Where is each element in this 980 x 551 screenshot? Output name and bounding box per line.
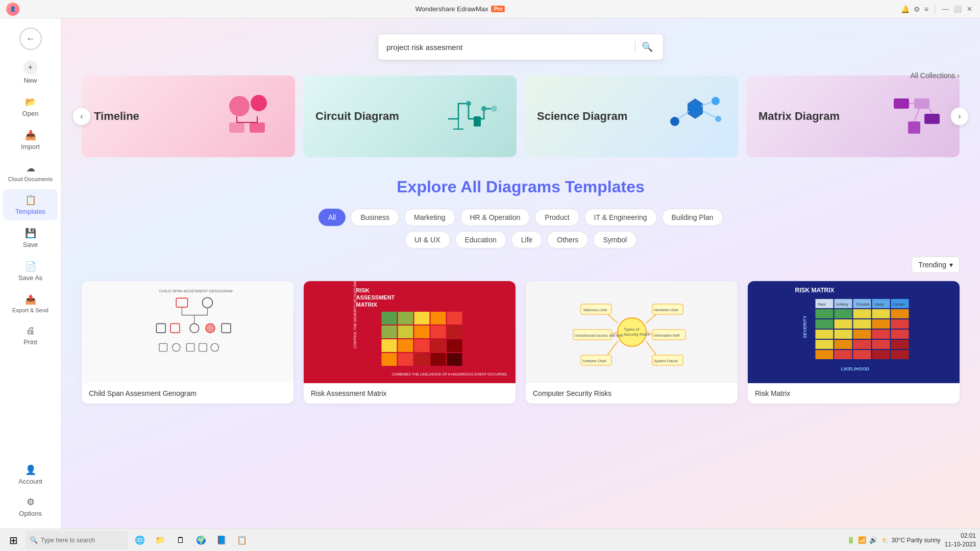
svg-point-12 [491,106,497,112]
template-card-risk[interactable]: RISK ASSESSMENT MATRIX [304,281,516,404]
svg-text:SEVERITY: SEVERITY [802,315,807,338]
titlebar-right: 🔔 ⚙ ≡ — ⬜ ✕ [901,5,974,14]
back-button[interactable]: ← [19,28,42,50]
search-button[interactable]: 🔍 [640,39,655,55]
svg-text:Information theft: Information theft [654,334,680,337]
svg-text:System Failure: System Failure [654,359,678,363]
menu-icon[interactable]: ≡ [924,5,928,13]
sidebar-item-save[interactable]: 💾 Save [3,222,58,254]
taskbar-app-clipboard[interactable]: 📋 [233,531,251,549]
svg-rect-108 [853,309,871,318]
svg-line-19 [703,111,716,117]
sidebar-item-new[interactable]: + New [3,55,58,89]
svg-rect-23 [924,114,940,124]
sidebar-item-print[interactable]: 🖨 Print [3,320,58,351]
sort-dropdown[interactable]: Trending ▾ [912,257,960,273]
template-card-risk2[interactable]: RISK MATRIX Rare Unlikely Possible Likel… [748,281,960,404]
carousel-card-matrix[interactable]: Matrix Diagram [746,76,960,157]
template-card-risk-img: RISK ASSESSMENT MATRIX [304,281,516,383]
filter-chip-building[interactable]: Building Plan [662,209,723,226]
taskbar-search-icon: 🔍 [30,536,38,544]
clock-time: 02:01 [945,532,976,540]
taskbar-search[interactable]: 🔍 Type here to search [26,531,128,549]
cloud-icon: ☁ [26,163,35,174]
filter-row-1: All Business Marketing HR & Operation Pr… [82,209,960,226]
print-icon: 🖨 [26,325,35,336]
filter-chip-symbol[interactable]: Symbol [593,231,636,248]
sidebar-item-save-as[interactable]: 📄 Save As [3,256,58,287]
sidebar-item-options[interactable]: ⚙ Options [3,491,58,522]
template-grid: CHILD SPAN ASSESMENT GENOGRAM [82,281,960,404]
filter-chip-ui[interactable]: UI & UX [405,231,450,248]
all-collections-link[interactable]: All Collections › [910,71,960,80]
minimize-button[interactable]: — [941,5,949,13]
svg-point-1 [251,95,267,111]
svg-rect-113 [853,319,871,329]
svg-text:RISK MATRIX: RISK MATRIX [795,287,835,294]
template-card-security[interactable]: Types of Security Risks Malicious code H… [526,281,738,404]
svg-text:MATRIX: MATRIX [356,302,378,308]
carousel-section: All Collections › ‹ Timeline [82,76,960,157]
filter-chip-education[interactable]: Education [455,231,506,248]
filter-chip-marketing[interactable]: Marketing [404,209,455,226]
start-button[interactable]: ⊞ [4,531,22,549]
svg-rect-52 [414,312,430,324]
svg-point-7 [466,101,471,106]
filter-chip-others[interactable]: Others [547,231,588,248]
svg-rect-67 [414,353,430,366]
filter-chip-product[interactable]: Product [535,209,579,226]
svg-text:CONTROL THE SEVERITY OF OUTCOM: CONTROL THE SEVERITY OF OUTCOMES [353,281,357,348]
taskbar-app-files[interactable]: 📁 [151,531,169,549]
svg-rect-28 [125,281,250,383]
user-avatar: 👤 [6,3,19,16]
carousel-prev-button[interactable]: ‹ [72,107,91,126]
svg-point-8 [481,106,486,111]
svg-rect-63 [431,339,446,352]
filter-chip-business[interactable]: Business [351,209,399,226]
weather-display: ⛅ 30°C Partly sunny [881,537,940,544]
svg-rect-116 [816,330,834,339]
taskbar-app-word[interactable]: 📘 [212,531,231,549]
search-input[interactable] [386,43,631,52]
close-button[interactable]: ✕ [966,5,974,13]
svg-rect-61 [398,339,413,352]
svg-text:Software Chart: Software Chart [582,359,606,363]
carousel-card-timeline[interactable]: Timeline [82,76,295,157]
sidebar-item-open[interactable]: 📂 Open [3,91,58,122]
svg-text:COMBINES THE LIKELIHOOD OF A H: COMBINES THE LIKELIHOOD OF A HAZARDOUS E… [392,372,507,376]
taskbar-app-maps[interactable]: 🌍 [192,531,210,549]
taskbar-app-browser[interactable]: 🌐 [131,531,149,549]
carousel-next-button[interactable]: › [950,107,969,126]
search-container: 🔍 [82,34,960,60]
sidebar: ← + New 📂 Open 📥 Import ☁ Cloud Document… [0,18,61,529]
filter-chip-all[interactable]: All [318,209,346,226]
svg-rect-53 [431,312,446,324]
sidebar-item-export[interactable]: 📤 Export & Send [3,289,58,318]
svg-text:Likely: Likely [875,303,884,307]
sidebar-item-templates[interactable]: 📋 Templates [3,189,58,220]
svg-rect-50 [382,312,397,324]
content-area: 🔍 All Collections › ‹ Timeline [61,18,980,529]
sidebar-item-import[interactable]: 📥 Import [3,124,58,156]
settings-icon[interactable]: ⚙ [914,5,920,13]
filter-chip-it[interactable]: IT & Engineering [584,209,657,226]
svg-rect-68 [431,353,446,366]
carousel-card-science[interactable]: Science Diagram [525,76,738,157]
taskbar-app-notepad[interactable]: 🗒 [172,531,190,549]
carousel-card-circuit[interactable]: Circuit Diagram [303,76,517,157]
clock-date: 11-10-2023 [945,540,976,549]
filter-chip-life[interactable]: Life [511,231,543,248]
svg-rect-66 [398,353,413,366]
svg-rect-128 [853,350,871,359]
svg-rect-51 [398,312,413,324]
sidebar-new-label: New [23,77,37,84]
notification-icon[interactable]: 🔔 [901,5,910,13]
restore-button[interactable]: ⬜ [953,5,962,13]
template-card-genogram[interactable]: CHILD SPAN ASSESMENT GENOGRAM [82,281,293,404]
sidebar-item-account[interactable]: 👤 Account [3,459,58,490]
titlebar-left: 👤 [6,3,19,16]
filter-chip-hr[interactable]: HR & Operation [460,209,530,226]
sidebar-item-cloud[interactable]: ☁ Cloud Documents [3,158,58,187]
sidebar-import-label: Import [21,143,40,151]
taskbar-right: 🔋 📶 🔊 ⛅ 30°C Partly sunny 02:01 11-10-20… [847,532,976,549]
